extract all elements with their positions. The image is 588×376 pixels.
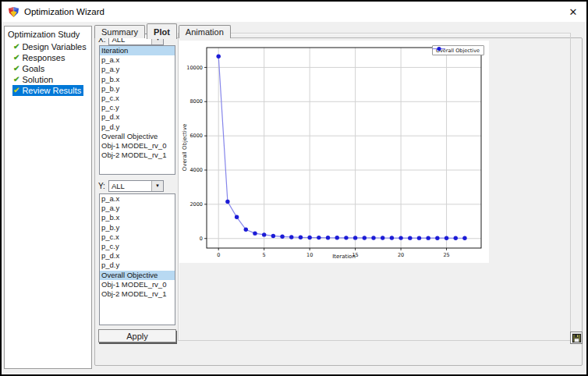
list-item[interactable]: Obj-2 MODEL_rv_1 [100,289,175,299]
list-item[interactable]: p_c.x [100,232,175,242]
list-item[interactable]: p_b.y [100,223,175,232]
optimization-wizard-window: Optimization Wizard ✕ Optimization Study… [0,0,588,376]
list-item[interactable]: p_d.y [100,122,175,132]
list-item[interactable]: p_d.x [100,112,175,122]
tab-summary[interactable]: Summary [94,25,145,38]
close-icon[interactable]: ✕ [566,5,580,19]
list-item[interactable]: p_d.x [100,251,175,261]
list-item[interactable]: Obj-2 MODEL_rv_1 [100,151,175,160]
tab-bar: Summary Plot Animation [94,23,232,38]
list-item[interactable]: Obj-1 MODEL_rv_0 [100,280,175,289]
tree-item-goals[interactable]: ✔Goals [12,63,47,74]
chart-x-axis-title: Iteration [207,254,481,260]
tree-item-solution[interactable]: ✔Solution [12,74,55,85]
list-item[interactable]: p_b.x [100,75,175,84]
y-axis-listbox[interactable]: p_a.xp_a.yp_b.xp_b.yp_c.xp_c.yp_d.xp_d.y… [99,193,175,325]
checkmark-icon: ✔ [13,63,19,74]
tree-item-design-variables[interactable]: ✔Design Variables [12,41,89,52]
legend-marker-icon [433,46,445,51]
list-item[interactable]: p_a.y [100,204,175,213]
dropdown-arrow-icon[interactable]: ▼ [151,181,163,191]
chart-plot-area: 05101520250200040006000800010000 [179,41,489,263]
y-axis-dropdown[interactable]: ALL ▼ [108,180,164,192]
save-icon [572,334,581,342]
list-item[interactable]: p_c.y [100,103,175,112]
svg-text:2000: 2000 [190,201,203,208]
app-logo-icon [8,6,19,18]
chart-y-axis-title: Overall Objective [182,124,188,171]
x-axis-listbox[interactable]: Iterationp_a.xp_a.yp_b.xp_b.yp_c.xp_c.yp… [99,45,175,175]
svg-text:8000: 8000 [190,98,203,105]
y-axis-label: Y: [98,182,105,190]
checkmark-icon: ✔ [13,85,19,96]
list-item[interactable]: p_a.x [100,55,175,65]
tree-item-review-results[interactable]: ✔Review Results [12,85,83,96]
list-item[interactable]: p_b.x [100,213,175,222]
tree-item-label: Solution [22,74,53,85]
tab-animation[interactable]: Animation [179,25,231,38]
svg-text:6000: 6000 [190,133,203,139]
list-item[interactable]: Overall Objective [100,271,175,280]
tree-item-label: Design Variables [22,41,86,52]
save-plot-button[interactable] [570,332,583,344]
tree-item-label: Responses [22,52,65,63]
list-item[interactable]: p_a.x [100,194,175,204]
tree-root-label: Optimization Study [6,29,90,41]
y-axis-dropdown-value: ALL [109,182,151,190]
y-axis-selector-row: Y: ALL ▼ [98,179,164,192]
list-item[interactable]: p_c.y [100,242,175,251]
apply-button[interactable]: Apply [98,329,176,342]
title-bar: Optimization Wizard ✕ [2,2,586,22]
window-title: Optimization Wizard [24,7,104,16]
tab-plot[interactable]: Plot [147,23,177,39]
list-item[interactable]: Overall Objective [100,132,175,141]
svg-text:10000: 10000 [186,65,203,71]
checkmark-icon: ✔ [13,74,19,85]
checkmark-icon: ✔ [13,52,19,63]
tree-item-responses[interactable]: ✔Responses [12,52,67,63]
checkmark-icon: ✔ [13,41,19,52]
list-item[interactable]: Iteration [100,46,175,55]
tree-items: ✔Design Variables✔Responses✔Goals✔Soluti… [6,41,90,96]
list-item[interactable]: p_b.y [100,84,175,94]
chart-legend: Overall Objective [432,45,484,55]
list-item[interactable]: p_d.y [100,261,175,270]
list-item[interactable]: Obj-1 MODEL_rv_0 [100,141,175,151]
list-item[interactable]: p_a.y [100,65,175,74]
study-tree-panel: Optimization Study ✔Design Variables✔Res… [4,26,92,369]
objective-chart: 05101520250200040006000800010000 Overall… [179,41,489,263]
list-item[interactable]: p_c.x [100,94,175,103]
svg-text:0: 0 [200,236,203,242]
svg-text:4000: 4000 [190,167,203,173]
tree-item-label: Review Results [22,85,81,96]
tree-item-label: Goals [22,63,44,74]
